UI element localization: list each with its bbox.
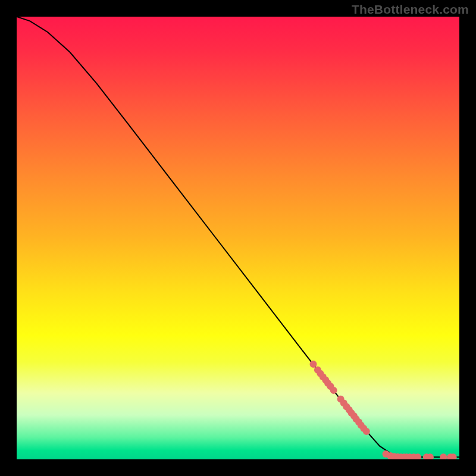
- data-point: [440, 453, 447, 459]
- chart-svg: [17, 17, 459, 459]
- plot-area: [17, 17, 459, 459]
- data-point: [363, 428, 370, 435]
- data-point: [310, 361, 317, 368]
- data-point: [330, 387, 337, 394]
- curve-line: [17, 17, 459, 457]
- chart-container: TheBottleneck.com: [0, 0, 476, 476]
- watermark-text: TheBottleneck.com: [352, 2, 469, 17]
- data-points: [310, 361, 457, 459]
